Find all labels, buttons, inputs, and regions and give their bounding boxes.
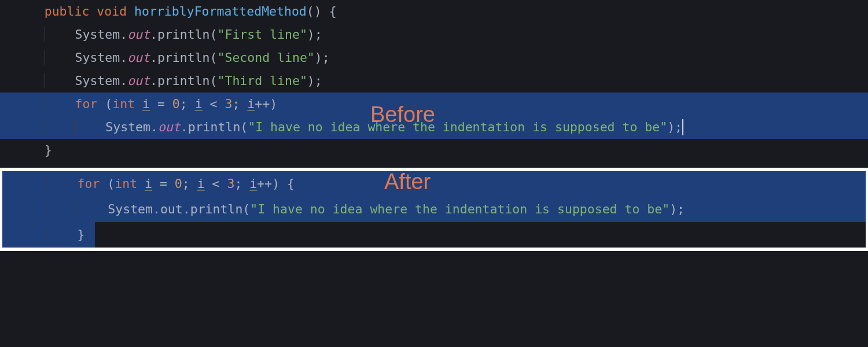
identifier: System bbox=[75, 27, 120, 42]
method-name: horriblyFormattedMethod bbox=[134, 4, 307, 19]
punct: ; bbox=[180, 97, 195, 111]
punct: ; bbox=[232, 97, 247, 111]
text-cursor-icon bbox=[682, 119, 683, 135]
punct: ; bbox=[234, 176, 249, 191]
punct: ); bbox=[307, 73, 322, 88]
variable: i bbox=[145, 176, 152, 191]
punct: ++) bbox=[255, 97, 277, 111]
punct: . bbox=[181, 120, 188, 134]
code-line-selected[interactable]: System.out.println("I have no idea where… bbox=[2, 197, 866, 222]
keyword: void bbox=[97, 4, 127, 19]
field-out: out bbox=[127, 73, 150, 88]
string-literal: "I have no idea where the indentation is… bbox=[248, 120, 667, 134]
code-line-selected[interactable]: for (int i = 0; i < 3; i++) { bbox=[2, 171, 866, 197]
number-literal: 3 bbox=[227, 176, 235, 191]
code-line[interactable]: } bbox=[0, 139, 868, 162]
method-call: println bbox=[157, 27, 210, 42]
string-literal: "Third line" bbox=[218, 73, 307, 88]
string-literal: "First line" bbox=[218, 27, 307, 42]
code-line[interactable]: public void horriblyFormattedMethod() { bbox=[0, 0, 868, 23]
code-editor-before[interactable]: public void horriblyFormattedMethod() { … bbox=[0, 0, 868, 162]
indent-guide-icon bbox=[45, 50, 45, 65]
punct: ( bbox=[210, 73, 218, 88]
string-literal: "Second line" bbox=[218, 50, 315, 65]
punct: . bbox=[150, 50, 157, 65]
punct: } bbox=[78, 227, 85, 242]
keyword: public bbox=[45, 4, 90, 19]
method-call: println bbox=[157, 50, 210, 65]
field-out: out bbox=[160, 202, 183, 216]
variable: i bbox=[247, 97, 255, 111]
punct: ); bbox=[670, 202, 685, 216]
punct: . bbox=[150, 73, 157, 88]
string-literal: "I have no idea where the indentation is… bbox=[250, 202, 670, 216]
indent-guide-icon bbox=[45, 27, 45, 42]
punct: ( bbox=[105, 97, 112, 111]
punct: < bbox=[205, 176, 227, 191]
punct: < bbox=[203, 97, 225, 111]
identifier: System bbox=[75, 50, 120, 65]
indent-guide-icon bbox=[47, 227, 47, 242]
punct: = bbox=[150, 97, 172, 111]
punct: . bbox=[120, 50, 127, 65]
code-line[interactable]: System.out.println("Second line"); bbox=[0, 46, 868, 69]
method-call: println bbox=[157, 73, 210, 88]
punct: ( bbox=[210, 50, 218, 65]
keyword: for bbox=[78, 176, 100, 191]
indent-guide-icon bbox=[45, 96, 45, 111]
punct: . bbox=[150, 27, 157, 42]
identifier: System bbox=[108, 202, 153, 216]
indent-guide-icon bbox=[47, 201, 47, 216]
punct: ++) { bbox=[257, 176, 295, 191]
punct: ( bbox=[240, 120, 248, 134]
indent-guide-icon bbox=[45, 119, 45, 134]
identifier: System bbox=[105, 120, 150, 134]
punct: } bbox=[45, 143, 52, 157]
indent-guide-icon bbox=[75, 119, 76, 134]
punct: . bbox=[120, 73, 127, 88]
variable: i bbox=[249, 176, 257, 191]
identifier: System bbox=[75, 73, 120, 88]
punct: . bbox=[183, 202, 190, 216]
punct: ( bbox=[107, 176, 115, 191]
number-literal: 3 bbox=[225, 97, 233, 111]
field-out: out bbox=[158, 120, 181, 134]
punct: ( bbox=[242, 202, 250, 216]
punct: ( bbox=[210, 27, 218, 42]
indent-guide-icon bbox=[78, 201, 78, 216]
variable: i bbox=[195, 97, 203, 111]
code-line-selected[interactable]: for (int i = 0; i < 3; i++) bbox=[0, 93, 868, 116]
code-line[interactable]: System.out.println("Third line"); bbox=[0, 69, 868, 93]
field-out: out bbox=[127, 27, 150, 42]
method-call: println bbox=[188, 120, 241, 134]
method-call: println bbox=[190, 202, 243, 216]
number-literal: 0 bbox=[172, 97, 180, 111]
punct: ); bbox=[307, 27, 322, 42]
punct: ); bbox=[315, 50, 330, 65]
punct: . bbox=[153, 202, 160, 216]
keyword: int bbox=[112, 97, 135, 111]
punct: = bbox=[152, 176, 175, 191]
variable: i bbox=[197, 176, 205, 191]
keyword: for bbox=[75, 97, 98, 111]
code-line[interactable]: System.out.println("First line"); bbox=[0, 23, 868, 46]
field-out: out bbox=[127, 50, 150, 65]
number-literal: 0 bbox=[175, 176, 182, 191]
punct: ; bbox=[182, 176, 197, 191]
indent-guide-icon bbox=[47, 176, 47, 191]
variable: i bbox=[142, 97, 150, 111]
keyword: int bbox=[115, 176, 137, 191]
indent-guide-icon bbox=[45, 73, 45, 88]
punct: . bbox=[150, 120, 158, 134]
punct: . bbox=[120, 27, 127, 42]
code-line-selected[interactable]: } bbox=[2, 222, 866, 248]
punct: ); bbox=[667, 120, 682, 134]
punct: () { bbox=[307, 4, 337, 19]
code-editor-after[interactable]: for (int i = 0; i < 3; i++) { System.out… bbox=[0, 168, 868, 251]
code-line-selected[interactable]: System.out.println("I have no idea where… bbox=[0, 116, 868, 139]
